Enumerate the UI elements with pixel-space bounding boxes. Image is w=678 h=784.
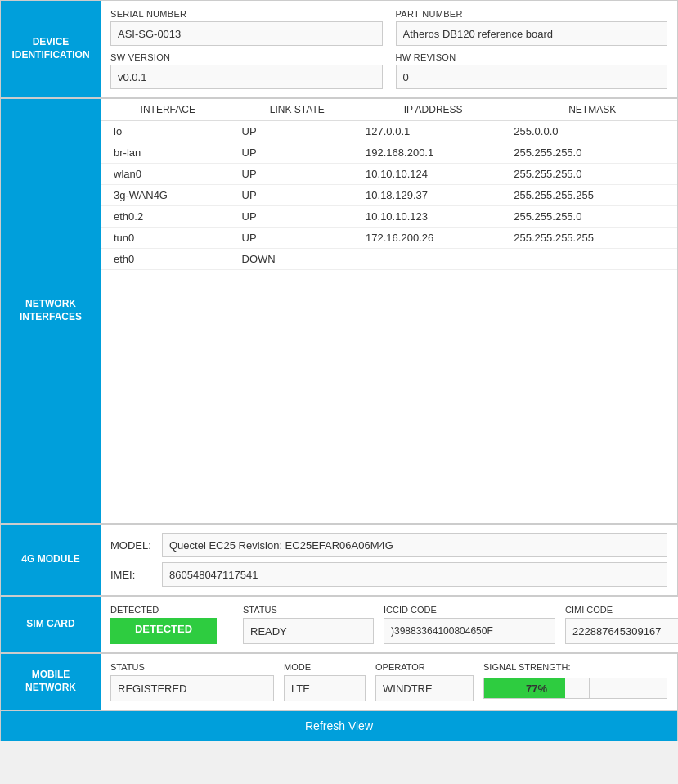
device-identification-content: SERIAL NUMBER PART NUMBER SW VERSION HW … xyxy=(101,1,677,97)
network-table: INTERFACE LINK STATE IP ADDRESS NETMASK … xyxy=(101,99,677,270)
sim-detected-col: DETECTED DETECTED xyxy=(110,605,233,644)
serial-number-field: SERIAL NUMBER xyxy=(110,9,383,46)
sim-iccid-label: ICCID CODE xyxy=(384,605,555,615)
cell-ip-address: 172.16.200.26 xyxy=(359,228,507,249)
signal-bar-fill xyxy=(484,678,565,698)
col-interface: INTERFACE xyxy=(101,99,236,121)
mobile-signal-label: SIGNAL STRENGTH: xyxy=(483,662,667,672)
part-number-label: PART NUMBER xyxy=(396,9,668,19)
mobile-operator-label: OPERATOR xyxy=(375,662,474,672)
table-row: loUP127.0.0.1255.0.0.0 xyxy=(101,121,677,142)
module-4g-label: 4G MODULE xyxy=(1,525,101,595)
mobile-mode-label: MODE xyxy=(284,662,366,672)
mobile-status-input[interactable] xyxy=(110,675,274,701)
sim-cimi-label: CIMI CODE xyxy=(565,605,678,615)
sim-card-label: SIM CARD xyxy=(1,597,101,652)
imei-label: IMEI: xyxy=(110,569,155,581)
cell-link-state: UP xyxy=(236,228,360,249)
cell-link-state: UP xyxy=(236,206,360,228)
refresh-button[interactable]: Refresh View xyxy=(1,711,677,741)
table-row: tun0UP172.16.200.26255.255.255.255 xyxy=(101,228,677,249)
sim-iccid-col: ICCID CODE xyxy=(384,605,555,644)
mobile-signal-col: SIGNAL STRENGTH: 77% xyxy=(483,662,667,701)
sw-version-label: SW VERSION xyxy=(110,52,383,62)
sim-card-section: SIM CARD DETECTED DETECTED STATUS ICCID … xyxy=(1,597,677,654)
table-row: 3g-WAN4GUP10.18.129.37255.255.255.255 xyxy=(101,185,677,206)
part-number-field: PART NUMBER xyxy=(396,9,668,46)
cell-netmask: 255.255.255.0 xyxy=(507,164,677,185)
table-row: br-lanUP192.168.200.1255.255.255.0 xyxy=(101,142,677,164)
sim-grid: DETECTED DETECTED STATUS ICCID CODE CIMI… xyxy=(110,605,678,644)
cell-ip-address: 10.10.10.123 xyxy=(359,206,507,228)
sim-card-content: DETECTED DETECTED STATUS ICCID CODE CIMI… xyxy=(101,597,678,652)
device-fields-grid: SERIAL NUMBER PART NUMBER SW VERSION HW … xyxy=(110,9,667,89)
cell-link-state: UP xyxy=(236,185,360,206)
cell-link-state: DOWN xyxy=(236,249,360,270)
sim-cimi-col: CIMI CODE xyxy=(565,605,678,644)
cell-interface: eth0.2 xyxy=(101,206,236,228)
network-table-body: loUP127.0.0.1255.0.0.0br-lanUP192.168.20… xyxy=(101,121,677,270)
mobile-operator-input[interactable] xyxy=(375,675,474,701)
mobile-status-label: STATUS xyxy=(110,662,274,672)
cell-netmask: 255.255.255.0 xyxy=(507,142,677,164)
mobile-network-section: MOBILENETWORK STATUS MODE OPERATOR SIGNA… xyxy=(1,654,677,711)
model-input[interactable] xyxy=(162,533,667,557)
mobile-network-label: MOBILENETWORK xyxy=(1,654,101,710)
sw-version-field: SW VERSION xyxy=(110,52,383,89)
serial-number-input[interactable] xyxy=(110,21,383,46)
network-interfaces-section: NETWORKINTERFACES INTERFACE LINK STATE I… xyxy=(1,99,677,525)
sw-version-input[interactable] xyxy=(110,65,383,89)
col-link-state: LINK STATE xyxy=(236,99,360,121)
cell-netmask: 255.255.255.255 xyxy=(507,185,677,206)
cell-interface: lo xyxy=(101,121,236,142)
cell-ip-address: 10.18.129.37 xyxy=(359,185,507,206)
cell-link-state: UP xyxy=(236,142,360,164)
serial-number-label: SERIAL NUMBER xyxy=(110,9,383,19)
refresh-bar-wrapper: Refresh View xyxy=(1,711,677,741)
main-container: DEVICEIDENTIFICATION SERIAL NUMBER PART … xyxy=(0,0,678,741)
mobile-status-col: STATUS xyxy=(110,662,274,701)
sim-status-input[interactable] xyxy=(243,618,374,644)
imei-input[interactable] xyxy=(162,562,667,587)
cell-interface: br-lan xyxy=(101,142,236,164)
cell-netmask xyxy=(507,249,677,270)
sim-status-col: STATUS xyxy=(243,605,374,644)
module-4g-content: MODEL: IMEI: xyxy=(101,525,677,595)
mobile-mode-input[interactable] xyxy=(284,675,366,701)
cell-link-state: UP xyxy=(236,164,360,185)
sim-iccid-input[interactable] xyxy=(384,618,555,644)
cell-interface: wlan0 xyxy=(101,164,236,185)
cell-ip-address: 10.10.10.124 xyxy=(359,164,507,185)
cell-netmask: 255.255.255.255 xyxy=(507,228,677,249)
table-row: wlan0UP10.10.10.124255.255.255.0 xyxy=(101,164,677,185)
sim-cimi-input[interactable] xyxy=(565,618,678,644)
module-fields: MODEL: IMEI: xyxy=(110,533,667,587)
signal-strength-wrapper: 77% xyxy=(483,675,667,701)
sim-detected-label: DETECTED xyxy=(110,605,233,615)
device-identification-label: DEVICEIDENTIFICATION xyxy=(1,1,101,97)
cell-interface: 3g-WAN4G xyxy=(101,185,236,206)
cell-interface: tun0 xyxy=(101,228,236,249)
cell-ip-address: 192.168.200.1 xyxy=(359,142,507,164)
model-label: MODEL: xyxy=(110,539,155,552)
col-netmask: NETMASK xyxy=(507,99,677,121)
mobile-network-content: STATUS MODE OPERATOR SIGNAL STRENGTH: xyxy=(101,654,677,710)
cell-ip-address: 127.0.0.1 xyxy=(359,121,507,142)
signal-remainder xyxy=(590,678,667,699)
model-row: MODEL: xyxy=(110,533,667,557)
imei-row: IMEI: xyxy=(110,562,667,587)
part-number-input[interactable] xyxy=(396,21,668,46)
col-ip-address: IP ADDRESS xyxy=(359,99,507,121)
cell-netmask: 255.0.0.0 xyxy=(507,121,677,142)
hw-revision-input[interactable] xyxy=(396,65,668,89)
network-table-header: INTERFACE LINK STATE IP ADDRESS NETMASK xyxy=(101,99,677,121)
hw-revision-field: HW REVISON xyxy=(396,52,668,89)
cell-ip-address xyxy=(359,249,507,270)
cell-interface: eth0 xyxy=(101,249,236,270)
mobile-mode-col: MODE xyxy=(284,662,366,701)
signal-bar-bg: 77% xyxy=(483,678,590,699)
sim-detected-value: DETECTED xyxy=(110,618,217,644)
device-identification-section: DEVICEIDENTIFICATION SERIAL NUMBER PART … xyxy=(1,1,677,99)
table-row: eth0DOWN xyxy=(101,249,677,270)
network-interfaces-label: NETWORKINTERFACES xyxy=(1,99,101,523)
